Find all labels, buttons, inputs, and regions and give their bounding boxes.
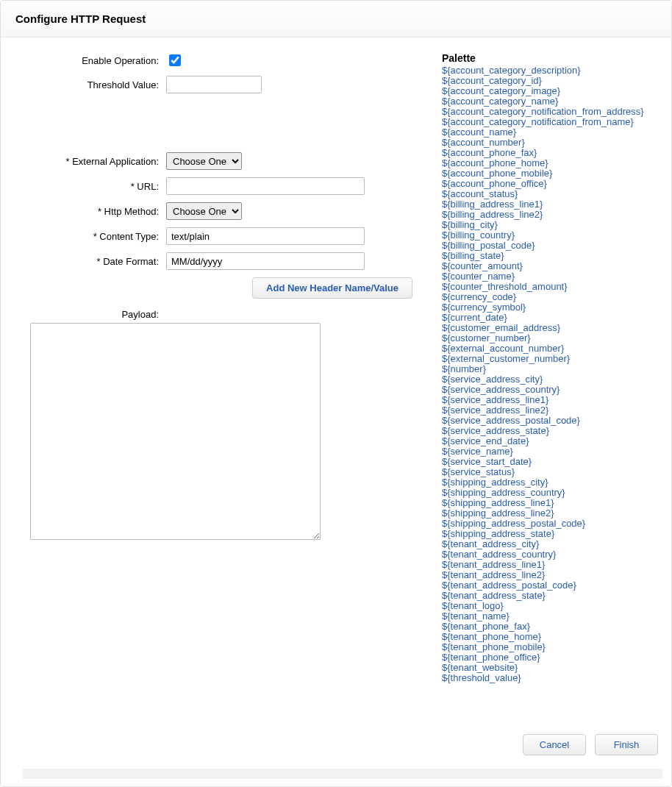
palette-item[interactable]: ${shipping_address_line1} <box>442 498 657 508</box>
palette-item[interactable]: ${tenant_address_line1} <box>442 560 657 570</box>
dialog-footer: Cancel Finish <box>523 734 658 755</box>
textarea-payload[interactable] <box>30 323 321 540</box>
select-http-method[interactable]: Choose One <box>166 202 242 220</box>
palette-item[interactable]: ${billing_address_line2} <box>442 210 657 220</box>
palette-item[interactable]: ${customer_email_address} <box>442 323 657 333</box>
palette-item[interactable]: ${tenant_name} <box>442 611 657 622</box>
palette-item[interactable]: ${tenant_address_postal_code} <box>442 580 657 591</box>
palette-item[interactable]: ${tenant_phone_office} <box>442 652 657 663</box>
palette-list: ${account_category_description}${account… <box>442 65 657 683</box>
palette-item[interactable]: ${tenant_address_city} <box>442 539 657 549</box>
form-column: Enable Operation: Threshold Value: * Ext… <box>15 52 427 683</box>
palette-item[interactable]: ${shipping_address_postal_code} <box>442 519 657 529</box>
label-enable-operation: Enable Operation: <box>15 55 166 66</box>
palette-item[interactable]: ${account_phone_mobile} <box>442 168 657 179</box>
palette-item[interactable]: ${account_category_name} <box>442 96 657 107</box>
dialog-header: Configure HTTP Request <box>1 1 671 38</box>
row-date-format: * Date Format: <box>15 252 427 270</box>
label-threshold-value: Threshold Value: <box>15 79 166 90</box>
checkbox-enable-operation[interactable] <box>169 54 181 66</box>
palette-item[interactable]: ${tenant_phone_mobile} <box>442 642 657 652</box>
row-enable-operation: Enable Operation: <box>15 52 427 68</box>
row-http-method: * Http Method: Choose One <box>15 202 427 220</box>
row-payload: Payload: <box>15 306 427 320</box>
palette-item[interactable]: ${service_end_date} <box>442 436 657 446</box>
palette-item[interactable]: ${service_address_state} <box>442 426 657 436</box>
palette-item[interactable]: ${current_date} <box>442 313 657 323</box>
input-date-format[interactable] <box>166 252 365 270</box>
palette-item[interactable]: ${service_status} <box>442 467 657 477</box>
palette-item[interactable]: ${threshold_value} <box>442 673 657 683</box>
palette-item[interactable]: ${tenant_address_country} <box>442 549 657 560</box>
palette-item[interactable]: ${service_address_line1} <box>442 395 657 405</box>
palette-item[interactable]: ${service_name} <box>442 446 657 457</box>
palette-item[interactable]: ${customer_number} <box>442 333 657 343</box>
palette-item[interactable]: ${currency_code} <box>442 292 657 302</box>
input-url[interactable] <box>166 177 365 195</box>
palette-item[interactable]: ${account_name} <box>442 127 657 138</box>
palette-item[interactable]: ${shipping_address_line2} <box>442 508 657 519</box>
palette-item[interactable]: ${service_address_line2} <box>442 405 657 416</box>
palette-item[interactable]: ${account_category_notification_from_add… <box>442 107 657 117</box>
palette-item[interactable]: ${external_customer_number} <box>442 354 657 364</box>
label-date-format: * Date Format: <box>15 256 166 267</box>
palette-item[interactable]: ${number} <box>442 364 657 374</box>
palette-item[interactable]: ${tenant_logo} <box>442 601 657 611</box>
palette-title: Palette <box>442 52 657 64</box>
label-payload: Payload: <box>15 306 166 320</box>
palette-item[interactable]: ${service_start_date} <box>442 457 657 467</box>
palette-item[interactable]: ${account_phone_fax} <box>442 148 657 158</box>
row-content-type: * Content Type: <box>15 227 427 245</box>
palette-item[interactable]: ${account_category_notification_from_nam… <box>442 117 657 127</box>
add-header-button[interactable]: Add New Header Name/Value <box>252 277 412 299</box>
finish-button[interactable]: Finish <box>595 734 658 755</box>
palette-item[interactable]: ${billing_state} <box>442 251 657 261</box>
palette-item[interactable]: ${shipping_address_state} <box>442 529 657 539</box>
palette-item[interactable]: ${tenant_phone_fax} <box>442 622 657 632</box>
palette-item[interactable]: ${counter_threshold_amount} <box>442 282 657 292</box>
input-threshold-value[interactable] <box>166 76 262 93</box>
label-url: * URL: <box>15 181 166 192</box>
bottom-bar <box>23 769 662 779</box>
palette-item[interactable]: ${billing_address_line1} <box>442 199 657 210</box>
palette-item[interactable]: ${counter_amount} <box>442 261 657 271</box>
palette-item[interactable]: ${account_category_id} <box>442 76 657 86</box>
palette-item[interactable]: ${tenant_phone_home} <box>442 632 657 642</box>
palette-item[interactable]: ${external_account_number} <box>442 343 657 354</box>
row-external-application: * External Application: Choose One <box>15 152 427 170</box>
row-threshold-value: Threshold Value: <box>15 76 427 93</box>
input-content-type[interactable] <box>166 227 365 245</box>
palette-column: Palette ${account_category_description}$… <box>442 52 657 683</box>
palette-item[interactable]: ${service_address_city} <box>442 374 657 385</box>
palette-item[interactable]: ${account_status} <box>442 189 657 199</box>
dialog: Configure HTTP Request Enable Operation:… <box>0 0 672 787</box>
label-external-application: * External Application: <box>15 156 166 167</box>
dialog-title: Configure HTTP Request <box>15 13 657 25</box>
dialog-content: Enable Operation: Threshold Value: * Ext… <box>1 38 671 691</box>
palette-item[interactable]: ${billing_postal_code} <box>442 241 657 251</box>
palette-item[interactable]: ${shipping_address_city} <box>442 477 657 488</box>
palette-item[interactable]: ${currency_symbol} <box>442 302 657 313</box>
palette-item[interactable]: ${account_phone_office} <box>442 179 657 189</box>
row-url: * URL: <box>15 177 427 195</box>
palette-item[interactable]: ${account_category_image} <box>442 86 657 96</box>
cancel-button[interactable]: Cancel <box>523 734 586 755</box>
palette-item[interactable]: ${account_phone_home} <box>442 158 657 168</box>
row-add-header: Add New Header Name/Value <box>15 277 427 299</box>
label-http-method: * Http Method: <box>15 206 166 217</box>
palette-item[interactable]: ${shipping_address_country} <box>442 488 657 498</box>
label-content-type: * Content Type: <box>15 231 166 242</box>
palette-item[interactable]: ${billing_city} <box>442 220 657 230</box>
palette-item[interactable]: ${service_address_country} <box>442 385 657 395</box>
palette-item[interactable]: ${counter_name} <box>442 271 657 282</box>
palette-item[interactable]: ${account_number} <box>442 138 657 148</box>
palette-item[interactable]: ${tenant_address_state} <box>442 591 657 601</box>
palette-item[interactable]: ${billing_country} <box>442 230 657 241</box>
palette-item[interactable]: ${service_address_postal_code} <box>442 416 657 426</box>
palette-item[interactable]: ${tenant_address_line2} <box>442 570 657 580</box>
select-external-application[interactable]: Choose One <box>166 152 242 170</box>
palette-item[interactable]: ${tenant_website} <box>442 663 657 673</box>
payload-wrap <box>30 323 427 542</box>
palette-item[interactable]: ${account_category_description} <box>442 65 657 76</box>
